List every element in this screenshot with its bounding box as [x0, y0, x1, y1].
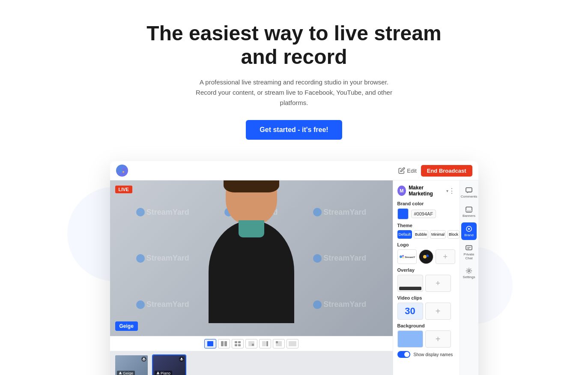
- svg-rect-4: [221, 341, 224, 346]
- panel-header: M Maker Marketing ▾ ⋮: [397, 185, 455, 197]
- svg-rect-12: [262, 341, 266, 346]
- theme-default-btn[interactable]: Default: [397, 230, 412, 239]
- sidebar-item-banners[interactable]: Banners: [461, 203, 477, 221]
- layout-side-btn[interactable]: [259, 339, 271, 348]
- svg-point-34: [426, 255, 429, 257]
- layout-pip-btn[interactable]: [245, 339, 257, 348]
- color-swatch[interactable]: [397, 208, 409, 219]
- svg-point-30: [402, 255, 404, 257]
- edit-button[interactable]: Edit: [398, 167, 416, 174]
- thumb-geige[interactable]: Geige: [114, 354, 149, 375]
- clip-add-btn[interactable]: +: [425, 303, 451, 320]
- logo-add-icon: +: [443, 252, 448, 261]
- layout-corner-btn[interactable]: [273, 339, 285, 348]
- thumb-piano[interactable]: Piano: [152, 354, 186, 375]
- preview-wrapper: Edit End Broadcast StreamYard: [101, 161, 487, 375]
- edit-label: Edit: [407, 168, 416, 174]
- background-title: Background: [397, 323, 455, 328]
- person-head: [226, 180, 277, 225]
- banners-icon: [465, 206, 473, 213]
- layout-grid-btn[interactable]: [232, 339, 244, 348]
- sidebar-item-comments[interactable]: Comments: [461, 184, 477, 201]
- brand-icon: [465, 225, 473, 233]
- topbar-left: [116, 165, 128, 177]
- thumb-geige-mic: [141, 357, 146, 362]
- sidebar-item-settings[interactable]: Settings: [461, 264, 477, 282]
- svg-rect-15: [276, 341, 278, 343]
- svg-point-31: [403, 257, 404, 258]
- sidebar-panels: M Maker Marketing ▾ ⋮ Brand color #0094A…: [393, 180, 460, 375]
- video-clips-title: Video clips: [397, 295, 455, 300]
- brand-label: Brand: [464, 234, 473, 237]
- sidebar-item-private-chat[interactable]: Private Chat: [461, 242, 477, 263]
- thumbnail-strip: Geige Piano: [110, 351, 393, 375]
- layout-split-btn[interactable]: [218, 339, 230, 348]
- settings-gear-icon: [465, 267, 473, 275]
- overlay-row: +: [397, 275, 455, 292]
- layout-wide-btn[interactable]: [287, 339, 298, 348]
- svg-rect-40: [466, 246, 472, 250]
- right-sidebar: M Maker Marketing ▾ ⋮ Brand color #0094A…: [393, 180, 478, 375]
- banners-label: Banners: [463, 214, 475, 218]
- overlay-add-icon: +: [436, 279, 440, 288]
- person-hair: [224, 180, 279, 192]
- svg-rect-11: [252, 344, 254, 346]
- svg-rect-13: [266, 341, 268, 346]
- comments-label: Comments: [461, 195, 478, 199]
- studio-topbar: Edit End Broadcast: [110, 161, 478, 180]
- logo-streamyard[interactable]: StreamYard: [397, 249, 417, 264]
- logo-add-btn[interactable]: +: [436, 249, 455, 264]
- svg-rect-7: [238, 341, 241, 343]
- video-clips-row: 30 +: [397, 303, 455, 320]
- end-broadcast-button[interactable]: End Broadcast: [421, 165, 472, 177]
- layout-single-btn[interactable]: [204, 339, 216, 348]
- theme-minimal-btn[interactable]: Minimal: [430, 230, 446, 239]
- theme-bubble-btn[interactable]: Bubble: [414, 230, 428, 239]
- svg-rect-19: [181, 358, 182, 360]
- person-silhouette: [176, 180, 326, 336]
- svg-point-33: [423, 255, 427, 258]
- toggle-knob: [404, 352, 409, 357]
- svg-rect-37: [466, 210, 472, 212]
- hero-subtitle: A professional live streaming and record…: [191, 77, 397, 108]
- panel-menu[interactable]: ⋮: [448, 187, 455, 195]
- hero-title: The easiest way to live stream and recor…: [144, 21, 444, 69]
- sidebar-item-brand[interactable]: Brand: [461, 222, 477, 240]
- svg-point-1: [122, 168, 124, 171]
- svg-rect-6: [235, 341, 237, 343]
- overlay-add-btn[interactable]: +: [425, 275, 451, 292]
- overlay-title: Overlay: [397, 267, 455, 273]
- theme-buttons: Default Bubble Minimal Block: [397, 230, 455, 239]
- theme-block-btn[interactable]: Block: [448, 230, 459, 239]
- bg-blue[interactable]: [397, 330, 423, 348]
- brand-color-title: Brand color: [397, 201, 455, 206]
- video-area: StreamYard StreamYard StreamYard StreamY…: [110, 180, 393, 375]
- svg-text:StreamYard: StreamYard: [405, 256, 415, 258]
- clip-count[interactable]: 30: [397, 303, 423, 320]
- svg-point-20: [157, 372, 158, 373]
- studio-body: StreamYard StreamYard StreamYard StreamY…: [110, 180, 478, 375]
- private-chat-label: Private Chat: [462, 253, 476, 261]
- color-hex[interactable]: #0094AF: [411, 210, 436, 218]
- channel-avatar: M: [397, 186, 406, 196]
- svg-rect-35: [466, 188, 472, 192]
- thumb-piano-mic: [179, 357, 184, 362]
- bg-add-btn[interactable]: +: [425, 330, 451, 348]
- settings-label: Settings: [463, 276, 475, 279]
- thumb-piano-name: Piano: [155, 371, 173, 375]
- layout-toolbar: [110, 336, 393, 351]
- display-names-toggle[interactable]: [397, 351, 410, 358]
- private-chat-icon: [465, 244, 473, 252]
- svg-rect-16: [289, 341, 296, 346]
- svg-rect-17: [143, 358, 144, 360]
- overlay-item[interactable]: [397, 275, 423, 292]
- live-badge: LIVE: [115, 186, 132, 193]
- cta-button[interactable]: Get started - it's free!: [246, 120, 342, 140]
- person-body: [209, 220, 294, 323]
- logo-dark[interactable]: [419, 249, 433, 264]
- sidebar-icon-strip: Comments Banners: [460, 180, 478, 375]
- svg-point-18: [119, 372, 121, 373]
- display-names-label: Show display names: [414, 352, 453, 357]
- logo-title: Logo: [397, 242, 455, 247]
- hero-section: The easiest way to live stream and recor…: [0, 0, 588, 153]
